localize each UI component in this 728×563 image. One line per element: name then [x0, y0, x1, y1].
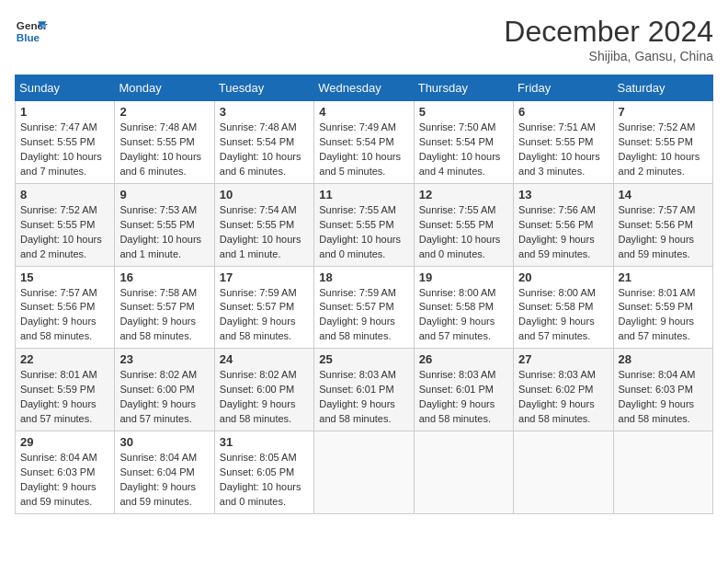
weekday-header: Thursday	[414, 75, 513, 101]
sunset-label: Sunset: 6:03 PM	[619, 384, 693, 395]
calendar-week-row: 29 Sunrise: 8:04 AM Sunset: 6:03 PM Dayl…	[16, 431, 713, 514]
sunrise-label: Sunrise: 7:59 AM	[220, 287, 297, 298]
svg-text:Blue: Blue	[17, 31, 40, 43]
daylight-label: Daylight: 10 hours and 4 minutes.	[419, 151, 501, 177]
calendar-cell: 8 Sunrise: 7:52 AM Sunset: 5:55 PM Dayli…	[16, 183, 115, 266]
sunset-label: Sunset: 5:59 PM	[619, 301, 693, 312]
sunset-label: Sunset: 5:55 PM	[119, 136, 194, 147]
daylight-label: Daylight: 9 hours and 58 minutes.	[518, 398, 595, 424]
calendar-cell: 25 Sunrise: 8:03 AM Sunset: 6:01 PM Dayl…	[314, 349, 414, 431]
sunrise-label: Sunrise: 7:52 AM	[619, 121, 696, 132]
day-number: 1	[20, 105, 109, 119]
day-info: Sunrise: 7:55 AM Sunset: 5:55 PM Dayligh…	[319, 203, 408, 262]
day-number: 27	[518, 352, 608, 366]
day-number: 26	[419, 352, 508, 366]
sunrise-label: Sunrise: 8:04 AM	[119, 452, 197, 463]
sunset-label: Sunset: 5:59 PM	[20, 384, 95, 395]
day-number: 24	[220, 352, 309, 366]
day-info: Sunrise: 7:55 AM Sunset: 5:55 PM Dayligh…	[419, 203, 508, 262]
day-number: 10	[220, 188, 309, 201]
calendar-cell: 18 Sunrise: 7:59 AM Sunset: 5:57 PM Dayl…	[314, 266, 414, 349]
day-number: 6	[518, 105, 608, 119]
daylight-label: Daylight: 9 hours and 59 minutes.	[119, 481, 196, 507]
calendar-cell: 11 Sunrise: 7:55 AM Sunset: 5:55 PM Dayl…	[314, 183, 414, 266]
sunrise-label: Sunrise: 7:57 AM	[619, 204, 696, 215]
calendar-cell: 20 Sunrise: 8:00 AM Sunset: 5:58 PM Dayl…	[514, 266, 613, 349]
day-number: 11	[319, 188, 408, 201]
day-number: 7	[619, 105, 708, 119]
sunset-label: Sunset: 5:55 PM	[319, 219, 393, 230]
sunrise-label: Sunrise: 7:55 AM	[419, 204, 496, 215]
calendar-cell: 27 Sunrise: 8:03 AM Sunset: 6:02 PM Dayl…	[514, 349, 613, 431]
calendar-cell: 24 Sunrise: 8:02 AM Sunset: 6:00 PM Dayl…	[214, 349, 313, 431]
daylight-label: Daylight: 9 hours and 59 minutes.	[518, 234, 595, 259]
calendar-cell	[514, 431, 613, 514]
day-number: 30	[119, 435, 209, 449]
weekday-header: Friday	[514, 75, 613, 101]
day-info: Sunrise: 7:59 AM Sunset: 5:57 PM Dayligh…	[319, 286, 408, 345]
daylight-label: Daylight: 9 hours and 57 minutes.	[119, 398, 196, 424]
sunset-label: Sunset: 5:58 PM	[518, 301, 593, 312]
daylight-label: Daylight: 10 hours and 6 minutes.	[220, 151, 301, 177]
daylight-label: Daylight: 9 hours and 57 minutes.	[518, 316, 595, 341]
sunrise-label: Sunrise: 7:56 AM	[518, 204, 596, 215]
sunset-label: Sunset: 5:55 PM	[518, 136, 593, 147]
day-number: 4	[319, 105, 408, 119]
day-number: 17	[220, 270, 309, 284]
sunrise-label: Sunrise: 7:59 AM	[319, 287, 396, 298]
calendar-cell	[414, 431, 513, 514]
location: Shijiba, Gansu, China	[504, 49, 713, 63]
sunset-label: Sunset: 5:55 PM	[20, 136, 95, 147]
sunset-label: Sunset: 6:00 PM	[119, 384, 194, 395]
sunrise-label: Sunrise: 7:52 AM	[20, 204, 97, 215]
day-number: 2	[119, 105, 209, 119]
sunrise-label: Sunrise: 7:51 AM	[518, 121, 596, 132]
day-info: Sunrise: 8:01 AM Sunset: 5:59 PM Dayligh…	[619, 286, 708, 345]
calendar-cell	[314, 431, 414, 514]
day-info: Sunrise: 8:00 AM Sunset: 5:58 PM Dayligh…	[419, 286, 508, 345]
day-number: 5	[419, 105, 508, 119]
sunset-label: Sunset: 5:54 PM	[319, 136, 393, 147]
sunset-label: Sunset: 6:01 PM	[419, 384, 494, 395]
calendar-cell: 10 Sunrise: 7:54 AM Sunset: 5:55 PM Dayl…	[214, 183, 313, 266]
day-info: Sunrise: 8:04 AM Sunset: 6:03 PM Dayligh…	[619, 368, 708, 427]
weekday-header: Wednesday	[314, 75, 414, 101]
calendar-cell: 19 Sunrise: 8:00 AM Sunset: 5:58 PM Dayl…	[414, 266, 513, 349]
day-number: 12	[419, 188, 508, 201]
sunset-label: Sunset: 5:54 PM	[419, 136, 494, 147]
sunrise-label: Sunrise: 7:58 AM	[119, 287, 197, 298]
day-number: 19	[419, 270, 508, 284]
day-info: Sunrise: 7:52 AM Sunset: 5:55 PM Dayligh…	[20, 203, 109, 262]
day-number: 21	[619, 270, 708, 284]
sunset-label: Sunset: 5:57 PM	[220, 301, 294, 312]
daylight-label: Daylight: 9 hours and 59 minutes.	[619, 234, 695, 259]
calendar-cell: 30 Sunrise: 8:04 AM Sunset: 6:04 PM Dayl…	[115, 431, 214, 514]
sunset-label: Sunset: 5:55 PM	[220, 219, 294, 230]
calendar-cell: 4 Sunrise: 7:49 AM Sunset: 5:54 PM Dayli…	[314, 101, 414, 184]
sunset-label: Sunset: 5:57 PM	[119, 301, 194, 312]
sunset-label: Sunset: 5:58 PM	[419, 301, 494, 312]
day-info: Sunrise: 7:57 AM Sunset: 5:56 PM Dayligh…	[20, 286, 109, 345]
day-info: Sunrise: 7:56 AM Sunset: 5:56 PM Dayligh…	[518, 203, 608, 262]
daylight-label: Daylight: 10 hours and 5 minutes.	[319, 151, 401, 177]
sunrise-label: Sunrise: 7:48 AM	[220, 121, 297, 132]
calendar-cell: 6 Sunrise: 7:51 AM Sunset: 5:55 PM Dayli…	[514, 101, 613, 184]
sunset-label: Sunset: 6:02 PM	[518, 384, 593, 395]
calendar-cell: 17 Sunrise: 7:59 AM Sunset: 5:57 PM Dayl…	[214, 266, 313, 349]
sunrise-label: Sunrise: 7:57 AM	[20, 287, 97, 298]
calendar-cell: 26 Sunrise: 8:03 AM Sunset: 6:01 PM Dayl…	[414, 349, 513, 431]
daylight-label: Daylight: 10 hours and 1 minute.	[220, 234, 301, 259]
day-info: Sunrise: 7:51 AM Sunset: 5:55 PM Dayligh…	[518, 121, 608, 179]
day-info: Sunrise: 8:00 AM Sunset: 5:58 PM Dayligh…	[518, 286, 608, 345]
calendar-cell: 3 Sunrise: 7:48 AM Sunset: 5:54 PM Dayli…	[214, 101, 313, 184]
sunrise-label: Sunrise: 8:04 AM	[619, 369, 696, 380]
sunrise-label: Sunrise: 8:02 AM	[119, 369, 197, 380]
daylight-label: Daylight: 10 hours and 2 minutes.	[619, 151, 700, 177]
month-title: December 2024	[504, 15, 713, 49]
logo-icon: General Blue	[15, 15, 48, 48]
day-info: Sunrise: 7:53 AM Sunset: 5:55 PM Dayligh…	[119, 203, 209, 262]
day-info: Sunrise: 7:58 AM Sunset: 5:57 PM Dayligh…	[119, 286, 209, 345]
sunrise-label: Sunrise: 7:49 AM	[319, 121, 396, 132]
daylight-label: Daylight: 10 hours and 0 minutes.	[419, 234, 501, 259]
day-info: Sunrise: 7:54 AM Sunset: 5:55 PM Dayligh…	[220, 203, 309, 262]
